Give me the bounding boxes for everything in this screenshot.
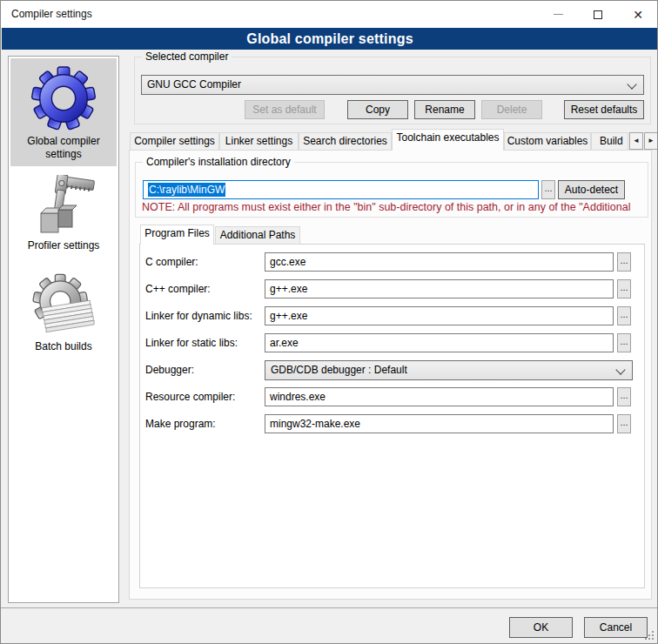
maximize-icon bbox=[594, 10, 602, 19]
sidebar: Global compiler settings bbox=[8, 56, 119, 603]
chevron-down-icon bbox=[627, 79, 636, 89]
linker-static-browse-button[interactable]: ... bbox=[617, 333, 631, 352]
linker-dynamic-browse-button[interactable]: ... bbox=[617, 306, 631, 325]
close-button[interactable]: ✕ bbox=[618, 1, 658, 28]
sidebar-item-label: Global compiler settings bbox=[10, 135, 117, 161]
compiler-select[interactable]: GNU GCC Compiler bbox=[141, 75, 644, 95]
tab-toolchain-executables[interactable]: Toolchain executables bbox=[392, 129, 504, 151]
resize-grip[interactable] bbox=[645, 631, 654, 640]
group-label: Compiler's installation directory bbox=[143, 156, 294, 168]
field-value: gcc.exe bbox=[270, 256, 306, 268]
sidebar-item-batch-builds[interactable]: Batch builds bbox=[10, 269, 117, 359]
minimize-button[interactable] bbox=[538, 1, 578, 28]
install-dir-browse-button[interactable]: ... bbox=[541, 180, 555, 199]
field-value: mingw32-make.exe bbox=[270, 418, 360, 430]
rename-button[interactable]: Rename bbox=[414, 100, 475, 119]
caliper-icon bbox=[10, 170, 117, 239]
sidebar-item-label: Profiler settings bbox=[10, 239, 117, 252]
tab-custom-variables[interactable]: Custom variables bbox=[504, 132, 591, 151]
chevron-down-icon bbox=[615, 365, 625, 374]
delete-button[interactable]: Delete bbox=[481, 100, 542, 119]
cpp-compiler-browse-button[interactable]: ... bbox=[617, 279, 631, 299]
debugger-select-value: GDB/CDB debugger : Default bbox=[271, 364, 407, 376]
tab-scroll-right-button[interactable]: ► bbox=[644, 132, 658, 150]
tab-compiler-settings[interactable]: Compiler settings bbox=[130, 132, 219, 151]
copy-button[interactable]: Copy bbox=[347, 100, 408, 119]
field-label: Resource compiler: bbox=[145, 387, 235, 406]
page-title: Global compiler settings bbox=[246, 31, 413, 47]
titlebar[interactable]: Compiler settings ✕ bbox=[1, 1, 657, 28]
sidebar-item-global-compiler-settings[interactable]: Global compiler settings bbox=[10, 58, 117, 166]
tab-linker-settings[interactable]: Linker settings bbox=[219, 132, 299, 151]
field-label: C++ compiler: bbox=[145, 279, 211, 299]
set-as-default-button[interactable]: Set as default bbox=[245, 100, 325, 119]
field-label: Linker for dynamic libs: bbox=[145, 306, 252, 325]
linker-static-input[interactable]: ar.exe bbox=[265, 333, 614, 352]
minimize-icon bbox=[554, 14, 563, 15]
c-compiler-input[interactable]: gcc.exe bbox=[265, 252, 614, 272]
cancel-button[interactable]: Cancel bbox=[584, 617, 648, 638]
maximize-button[interactable] bbox=[578, 1, 618, 28]
debugger-select[interactable]: GDB/CDB debugger : Default bbox=[265, 360, 633, 380]
compiler-settings-dialog: Compiler settings ✕ Global compiler sett… bbox=[0, 0, 658, 644]
field-value: ar.exe bbox=[270, 337, 299, 349]
tab-program-files[interactable]: Program Files bbox=[140, 225, 214, 245]
compiler-select-value: GNU GCC Compiler bbox=[147, 78, 241, 91]
close-icon: ✕ bbox=[633, 9, 643, 21]
tab-search-directories[interactable]: Search directories bbox=[299, 132, 392, 151]
field-value: g++.exe bbox=[270, 310, 307, 322]
banner: Global compiler settings bbox=[2, 28, 658, 50]
grey-gear-stack-icon bbox=[10, 269, 117, 340]
arrow-right-icon: ► bbox=[648, 137, 655, 144]
field-label: Debugger: bbox=[145, 360, 194, 379]
auto-detect-button[interactable]: Auto-detect bbox=[558, 180, 625, 199]
resource-compiler-input[interactable]: windres.exe bbox=[265, 387, 614, 406]
field-value: g++.exe bbox=[270, 283, 307, 295]
resource-compiler-browse-button[interactable]: ... bbox=[617, 387, 631, 406]
field-label: Linker for static libs: bbox=[145, 333, 238, 352]
field-label: C compiler: bbox=[145, 252, 198, 272]
make-program-browse-button[interactable]: ... bbox=[617, 414, 631, 433]
field-value: windres.exe bbox=[270, 391, 326, 403]
tab-scroll-left-button[interactable]: ◄ bbox=[629, 132, 643, 150]
footer-divider bbox=[1, 607, 658, 608]
ok-button[interactable]: OK bbox=[509, 617, 573, 638]
field-label: Make program: bbox=[145, 414, 216, 433]
tab-build-clipped[interactable]: Build bbox=[591, 132, 628, 151]
c-compiler-browse-button[interactable]: ... bbox=[617, 252, 631, 272]
group-label: Selected compiler bbox=[142, 50, 232, 63]
make-program-input[interactable]: mingw32-make.exe bbox=[265, 414, 614, 433]
linker-dynamic-input[interactable]: g++.exe bbox=[265, 306, 614, 325]
sidebar-item-label: Batch builds bbox=[10, 340, 117, 353]
reset-defaults-button[interactable]: Reset defaults bbox=[564, 100, 644, 119]
sidebar-item-profiler-settings[interactable]: Profiler settings bbox=[10, 170, 117, 255]
arrow-left-icon: ◄ bbox=[633, 137, 640, 144]
install-dir-value: C:\raylib\MinGW bbox=[148, 183, 225, 197]
install-dir-input[interactable]: C:\raylib\MinGW bbox=[143, 180, 539, 199]
cpp-compiler-input[interactable]: g++.exe bbox=[265, 279, 614, 299]
blue-gear-icon bbox=[10, 58, 117, 132]
tab-additional-paths[interactable]: Additional Paths bbox=[215, 226, 300, 245]
window-title: Compiler settings bbox=[11, 1, 92, 28]
note-text: NOTE: All programs must exist either in … bbox=[142, 201, 648, 213]
